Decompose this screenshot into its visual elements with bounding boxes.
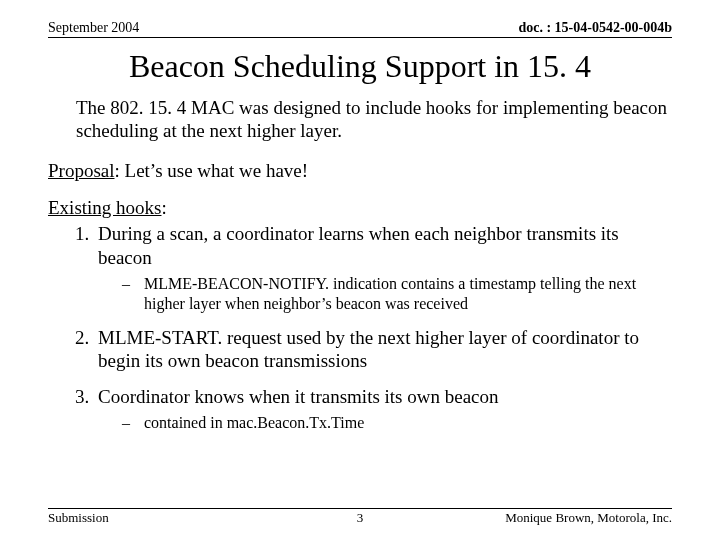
hooks-label: Existing hooks	[48, 197, 161, 218]
hooks-list: During a scan, a coordinator learns when…	[48, 222, 672, 433]
slide-header: September 2004 doc. : 15-04-0542-00-004b	[48, 20, 672, 38]
list-item: During a scan, a coordinator learns when…	[94, 222, 672, 314]
footer-author: Monique Brown, Motorola, Inc.	[505, 510, 672, 526]
list-item: MLME-START. request used by the next hig…	[94, 326, 672, 374]
sub-item: – contained in mac.Beacon.Tx.Time	[122, 413, 672, 433]
intro-paragraph: The 802. 15. 4 MAC was designed to inclu…	[76, 97, 672, 143]
dash-icon: –	[122, 274, 144, 314]
sub-list: – contained in mac.Beacon.Tx.Time	[98, 413, 672, 433]
sub-list: – MLME-BEACON-NOTIFY. indication contain…	[98, 274, 672, 314]
footer-left: Submission	[48, 510, 109, 526]
slide-footer: Submission 3 Monique Brown, Motorola, In…	[48, 508, 672, 526]
proposal-text: : Let’s use what we have!	[115, 160, 309, 181]
proposal-label: Proposal	[48, 160, 115, 181]
slide-title: Beacon Scheduling Support in 15. 4	[48, 48, 672, 85]
hooks-heading: Existing hooks:	[48, 196, 672, 220]
dash-icon: –	[122, 413, 144, 433]
list-item-text: Coordinator knows when it transmits its …	[98, 386, 499, 407]
list-item: Coordinator knows when it transmits its …	[94, 385, 672, 433]
sub-item: – MLME-BEACON-NOTIFY. indication contain…	[122, 274, 672, 314]
header-doc-id: doc. : 15-04-0542-00-004b	[518, 20, 672, 36]
footer-rule	[48, 508, 672, 509]
proposal-line: Proposal: Let’s use what we have!	[48, 159, 672, 183]
hooks-colon: :	[161, 197, 166, 218]
sub-item-text: MLME-BEACON-NOTIFY. indication contains …	[144, 274, 672, 314]
list-item-text: During a scan, a coordinator learns when…	[98, 223, 619, 268]
list-item-text: MLME-START. request used by the next hig…	[98, 327, 639, 372]
sub-item-text: contained in mac.Beacon.Tx.Time	[144, 413, 364, 433]
header-date: September 2004	[48, 20, 139, 36]
